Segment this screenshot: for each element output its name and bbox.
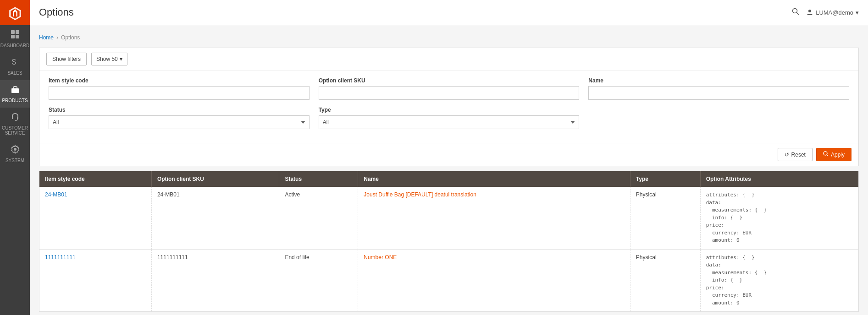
cell-option-attributes: attributes: { } data: measurements: { } … bbox=[700, 249, 858, 312]
sidebar-item-products[interactable]: PRODUCTS bbox=[0, 80, 30, 108]
cell-name: Joust Duffle Bag [DEFAULT] deatul transl… bbox=[358, 187, 630, 249]
filter-label-item-style-code: Item style code bbox=[49, 77, 310, 84]
svg-rect-7 bbox=[17, 117, 18, 119]
filter-row-1: Item style code Option client SKU Name bbox=[49, 77, 849, 100]
cell-item-style-code: 24-MB01 bbox=[39, 187, 152, 249]
sidebar-item-dashboard[interactable]: DASHBOARD bbox=[0, 25, 30, 53]
svg-rect-2 bbox=[11, 35, 15, 38]
breadcrumb-home[interactable]: Home bbox=[39, 34, 54, 41]
filter-group-name: Name bbox=[588, 77, 849, 100]
svg-rect-0 bbox=[11, 30, 15, 34]
table-body: 24-MB0124-MB01ActiveJoust Duffle Bag [DE… bbox=[39, 187, 859, 312]
sidebar-item-label-dashboard: DASHBOARD bbox=[0, 43, 29, 48]
page-title: Options bbox=[39, 6, 74, 18]
show-50-button[interactable]: Show 50 ▾ bbox=[91, 53, 127, 65]
apply-search-icon bbox=[823, 151, 829, 158]
reset-icon: ↺ bbox=[785, 152, 789, 158]
cell-option-client-sku: 1111111111 bbox=[151, 249, 279, 312]
customer-service-icon bbox=[11, 112, 20, 124]
filter-select-status[interactable]: All Active End of life Inactive bbox=[49, 115, 310, 129]
sidebar-item-sales[interactable]: $ SALES bbox=[0, 53, 30, 80]
apply-button[interactable]: Apply bbox=[816, 148, 851, 161]
col-header-status: Status bbox=[279, 171, 358, 187]
filter-actions: ↺ Reset Apply bbox=[39, 143, 858, 166]
reset-label: Reset bbox=[791, 152, 806, 158]
sidebar: DASHBOARD $ SALES PRODUCTS CUSTOMER bbox=[0, 0, 30, 315]
svg-rect-6 bbox=[12, 117, 13, 119]
cell-item-style-code: 1111111111 bbox=[39, 249, 152, 312]
filter-input-option-client-sku[interactable] bbox=[319, 86, 580, 100]
sidebar-item-system[interactable]: SYSTEM bbox=[0, 140, 30, 168]
filter-input-item-style-code[interactable] bbox=[49, 86, 310, 100]
cell-option-attributes: attributes: { } data: measurements: { } … bbox=[700, 187, 858, 249]
cell-option-client-sku: 24-MB01 bbox=[151, 187, 279, 249]
svg-line-12 bbox=[827, 155, 828, 156]
col-header-option-client-sku: Option client SKU bbox=[151, 171, 279, 187]
main-content: Options LUMA@demo ▾ Home › bbox=[30, 0, 868, 315]
show-50-chevron-icon: ▾ bbox=[120, 56, 122, 62]
filter-fields: Item style code Option client SKU Name S… bbox=[39, 70, 858, 143]
option-attributes-content: attributes: { } data: measurements: { } … bbox=[706, 254, 853, 307]
page-content: Home › Options Show filters Show 50 ▾ It… bbox=[30, 25, 868, 315]
svg-point-8 bbox=[793, 9, 797, 13]
svg-point-10 bbox=[808, 10, 811, 12]
filter-group-spacer bbox=[588, 107, 849, 129]
option-attributes-content: attributes: { } data: measurements: { } … bbox=[706, 191, 853, 244]
item-style-code-link[interactable]: 24-MB01 bbox=[45, 191, 67, 198]
cell-status: Active bbox=[279, 187, 358, 249]
header-chevron-icon: ▾ bbox=[856, 9, 859, 16]
sidebar-item-label-system: SYSTEM bbox=[6, 158, 24, 163]
header: Options LUMA@demo ▾ bbox=[30, 0, 868, 25]
cell-status: End of life bbox=[279, 249, 358, 312]
filter-select-type[interactable]: All Physical Digital bbox=[319, 115, 580, 129]
table-head: Item style code Option client SKU Status… bbox=[39, 171, 859, 187]
show-filters-button[interactable]: Show filters bbox=[46, 53, 87, 65]
filter-header: Show filters Show 50 ▾ bbox=[39, 48, 858, 70]
filter-section: Show filters Show 50 ▾ Item style code O… bbox=[39, 48, 859, 166]
data-table: Item style code Option client SKU Status… bbox=[39, 171, 859, 312]
filter-input-name[interactable] bbox=[588, 86, 849, 100]
sales-icon: $ bbox=[11, 57, 20, 69]
filter-group-item-style-code: Item style code bbox=[49, 77, 310, 100]
table-row: 11111111111111111111End of lifeNumber ON… bbox=[39, 249, 859, 312]
col-header-name: Name bbox=[358, 171, 630, 187]
sidebar-item-customer-service[interactable]: CUSTOMER SERVICE bbox=[0, 108, 30, 140]
breadcrumb: Home › Options bbox=[39, 34, 859, 41]
filter-label-name: Name bbox=[588, 77, 849, 84]
reset-button[interactable]: ↺ Reset bbox=[778, 148, 813, 161]
products-icon bbox=[11, 85, 20, 96]
filter-row-2: Status All Active End of life Inactive T… bbox=[49, 107, 849, 129]
svg-rect-1 bbox=[16, 30, 19, 34]
dashboard-icon bbox=[11, 30, 20, 41]
header-user-menu[interactable]: LUMA@demo ▾ bbox=[806, 9, 859, 16]
sidebar-logo[interactable] bbox=[0, 0, 30, 25]
filter-label-status: Status bbox=[49, 107, 310, 113]
filter-label-type: Type bbox=[319, 107, 580, 113]
cell-type: Physical bbox=[630, 187, 700, 249]
item-style-code-link[interactable]: 1111111111 bbox=[45, 254, 76, 261]
system-icon bbox=[11, 145, 20, 156]
svg-text:$: $ bbox=[12, 58, 16, 66]
filter-group-option-client-sku: Option client SKU bbox=[319, 77, 580, 100]
svg-rect-5 bbox=[11, 88, 19, 93]
apply-label: Apply bbox=[831, 152, 845, 158]
col-header-option-attributes: Option Attributes bbox=[700, 171, 858, 187]
header-search-icon[interactable] bbox=[792, 8, 799, 17]
svg-rect-3 bbox=[16, 35, 19, 38]
col-header-type: Type bbox=[630, 171, 700, 187]
header-actions: LUMA@demo ▾ bbox=[792, 8, 859, 17]
sidebar-item-label-products: PRODUCTS bbox=[2, 98, 28, 103]
filter-group-type: Type All Physical Digital bbox=[319, 107, 580, 129]
header-username: LUMA@demo bbox=[816, 9, 853, 16]
filter-group-status: Status All Active End of life Inactive bbox=[49, 107, 310, 129]
show-50-label: Show 50 bbox=[96, 56, 118, 62]
sidebar-item-label-sales: SALES bbox=[7, 71, 22, 76]
svg-point-11 bbox=[824, 152, 827, 155]
sidebar-item-label-customer-service: CUSTOMER SERVICE bbox=[2, 125, 28, 136]
filter-label-option-client-sku: Option client SKU bbox=[319, 77, 580, 84]
table-header-row: Item style code Option client SKU Status… bbox=[39, 171, 859, 187]
breadcrumb-current: Options bbox=[61, 34, 80, 41]
breadcrumb-separator: › bbox=[56, 34, 58, 41]
table-row: 24-MB0124-MB01ActiveJoust Duffle Bag [DE… bbox=[39, 187, 859, 249]
cell-type: Physical bbox=[630, 249, 700, 312]
